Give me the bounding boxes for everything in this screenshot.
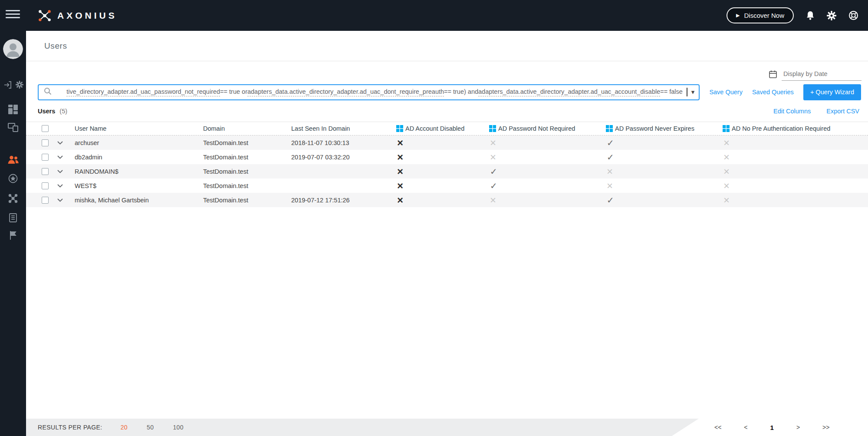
topbar-actions: ▶ Discover Now	[727, 7, 858, 23]
row-checkbox[interactable]	[42, 197, 49, 204]
brand-name: AXONIUS	[57, 10, 117, 21]
discover-now-button[interactable]: ▶ Discover Now	[727, 7, 794, 23]
column-header-label: AD Account Disabled	[405, 125, 464, 132]
sidebar-item-devices[interactable]	[0, 123, 26, 132]
column-header[interactable]: Last Seen In Domain	[291, 125, 396, 132]
enforcements-flag-icon	[9, 231, 17, 240]
flag-mark-password-not-required: ✓	[490, 182, 497, 190]
expand-chevron-icon[interactable]	[57, 198, 63, 202]
settings-gear-icon-topbar[interactable]	[827, 11, 836, 20]
sidebar-item-connections[interactable]	[0, 194, 26, 203]
results-per-page-label: RESULTS PER PAGE:	[38, 424, 102, 431]
settings-gear-icon-sidebar[interactable]	[16, 81, 23, 89]
users-icon	[8, 155, 19, 164]
cell-user-name[interactable]: mishka, Michael Gartsbein	[75, 197, 203, 204]
sidebar-item-enforcements[interactable]	[0, 231, 26, 240]
flag-mark-password-never-expires: ✓	[607, 153, 614, 162]
notifications-bell-icon[interactable]	[806, 10, 815, 20]
query-dropdown-arrow-icon[interactable]: ▾	[691, 88, 695, 96]
cell-user-name[interactable]: RAINDOMAIN$	[75, 168, 203, 175]
pagination: <<<1>>>	[672, 424, 829, 431]
flag-mark-account-disabled: ×	[397, 166, 403, 177]
column-header-label: Last Seen In Domain	[291, 125, 350, 132]
results-per-page-option[interactable]: 100	[173, 424, 184, 431]
table-row[interactable]: mishka, Michael Gartsbein TestDomain.tes…	[26, 193, 868, 207]
help-lifering-icon[interactable]	[848, 10, 858, 20]
table-row[interactable]: db2admin TestDomain.test 2019-07-07 03:3…	[26, 150, 868, 164]
user-avatar[interactable]	[3, 39, 23, 59]
pagination-button[interactable]: <	[744, 424, 747, 431]
expand-chevron-icon[interactable]	[57, 155, 63, 159]
saved-queries-link[interactable]: Saved Queries	[752, 89, 794, 96]
pagination-button[interactable]: <<	[714, 424, 721, 431]
pagination-button[interactable]: 1	[770, 424, 774, 431]
row-checkbox[interactable]	[42, 139, 49, 146]
list-actions: Edit Columns Export CSV	[773, 108, 859, 115]
results-per-page-option[interactable]: 50	[147, 424, 154, 431]
cell-user-name[interactable]: archuser	[75, 139, 203, 146]
query-row: tive_directory_adapter.ad_uac_password_n…	[26, 83, 868, 101]
sidebar-quick-actions	[4, 81, 23, 89]
query-operator-text: == true) and	[444, 88, 478, 96]
users-table: User Name Domain Last Seen In Domain AD …	[26, 122, 868, 207]
page-header: Users	[26, 31, 868, 61]
table-row[interactable]: RAINDOMAIN$ TestDomain.test × ✓ × ×	[26, 164, 868, 178]
row-checkbox[interactable]	[42, 182, 49, 189]
windows-icon	[606, 125, 613, 132]
table-row[interactable]: archuser TestDomain.test 2018-11-07 10:3…	[26, 135, 868, 150]
column-header-label: Domain	[203, 125, 225, 132]
sidebar-item-adapters[interactable]	[0, 174, 26, 183]
adapters-star-icon	[8, 174, 18, 183]
query-field-token: adapters_data.active_directory_adapter.a…	[247, 88, 444, 96]
query-wizard-button[interactable]: + Query Wizard	[803, 84, 861, 100]
windows-icon	[489, 125, 496, 132]
query-operator-text: == false	[660, 88, 683, 96]
date-row: Display by Date	[26, 64, 868, 81]
calendar-icon[interactable]	[769, 70, 777, 81]
column-header[interactable]: User Name	[75, 125, 203, 132]
axonius-app: AXONIUS ▶ Discover Now	[0, 0, 868, 436]
play-icon: ▶	[736, 13, 740, 18]
expand-chevron-icon[interactable]	[57, 170, 63, 173]
flag-mark-no-preauth: ×	[723, 138, 730, 148]
table-row[interactable]: WEST$ TestDomain.test × ✓ × ×	[26, 178, 868, 193]
display-by-date-input[interactable]: Display by Date	[782, 70, 861, 81]
export-csv-link[interactable]: Export CSV	[826, 108, 859, 115]
menu-icon[interactable]	[6, 10, 20, 20]
expand-chevron-icon[interactable]	[57, 184, 63, 188]
edit-columns-link[interactable]: Edit Columns	[773, 108, 811, 115]
save-query-link[interactable]: Save Query	[709, 89, 743, 96]
expand-chevron-icon[interactable]	[57, 141, 63, 145]
topbar: AXONIUS ▶ Discover Now	[26, 0, 868, 31]
cell-last-seen: 2018-11-07 10:30:13	[291, 139, 396, 146]
column-header-label: User Name	[75, 125, 106, 132]
sidebar-item-dashboard[interactable]	[0, 105, 26, 114]
query-search-bar[interactable]: tive_directory_adapter.ad_uac_password_n…	[38, 84, 700, 100]
column-header[interactable]: AD Password Never Expires	[606, 125, 723, 132]
column-header[interactable]: AD No Pre Authentication Required	[723, 125, 868, 132]
dashboard-icon	[8, 105, 18, 114]
cell-user-name[interactable]: db2admin	[75, 154, 203, 161]
column-header[interactable]: AD Password Not Required	[489, 125, 606, 132]
sidebar-item-reports[interactable]	[0, 213, 26, 222]
column-header[interactable]: Domain	[203, 125, 291, 132]
row-checkbox[interactable]	[42, 154, 49, 161]
cell-user-name[interactable]: WEST$	[75, 182, 203, 189]
query-text[interactable]: tive_directory_adapter.ad_uac_password_n…	[56, 88, 683, 96]
select-all-checkbox[interactable]	[42, 125, 49, 132]
column-header[interactable]: AD Account Disabled	[396, 125, 489, 132]
cell-domain: TestDomain.test	[203, 139, 291, 146]
pagination-button[interactable]: >	[796, 424, 800, 431]
table-header-row: User Name Domain Last Seen In Domain AD …	[26, 122, 868, 135]
exit-icon[interactable]	[4, 81, 11, 89]
results-per-page-options: 2050100	[121, 424, 184, 431]
text-cursor	[687, 88, 687, 96]
flag-mark-account-disabled: ×	[397, 152, 403, 162]
footer: RESULTS PER PAGE: 2050100 <<<1>>>	[26, 419, 868, 436]
flag-mark-password-not-required: ✓	[490, 167, 497, 176]
flag-mark-no-preauth: ×	[723, 181, 730, 191]
sidebar-item-users[interactable]	[0, 155, 26, 164]
row-checkbox[interactable]	[42, 168, 49, 175]
results-per-page-option[interactable]: 20	[121, 424, 128, 431]
pagination-button[interactable]: >>	[822, 424, 829, 431]
